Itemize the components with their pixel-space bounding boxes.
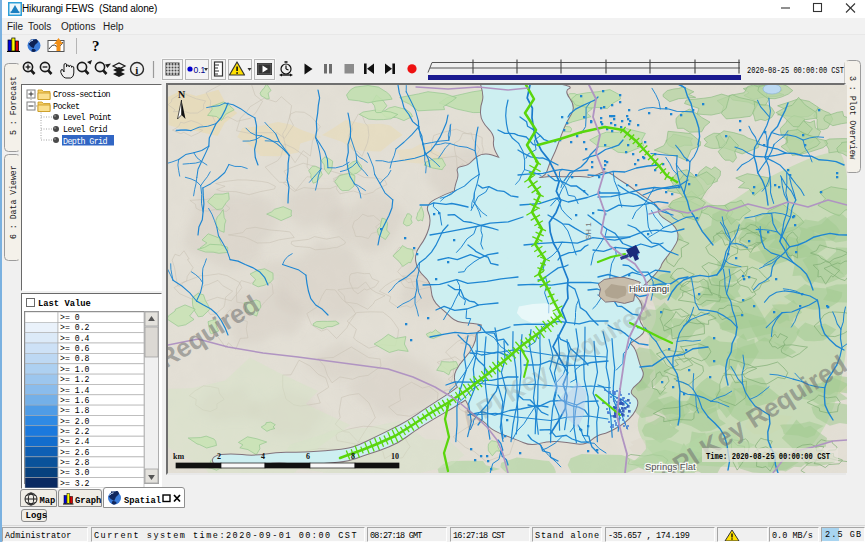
svg-text:>= 2.0: >= 2.0 bbox=[60, 417, 90, 426]
svg-text:Hikurangi: Hikurangi bbox=[629, 283, 669, 294]
svg-text:>= 0.2: >= 0.2 bbox=[60, 323, 90, 332]
svg-text:>= 3.2: >= 3.2 bbox=[60, 479, 90, 488]
svg-text:>= 2.4: >= 2.4 bbox=[60, 437, 90, 446]
svg-text:>= 1.6: >= 1.6 bbox=[60, 396, 90, 405]
svg-text:Time: 2020-08-25 00:00:00 CST: Time: 2020-08-25 00:00:00 CST bbox=[706, 452, 830, 462]
svg-text:Level Grid: Level Grid bbox=[63, 125, 107, 135]
svg-text:>= 1.8: >= 1.8 bbox=[60, 406, 90, 415]
svg-text:6: 6 bbox=[306, 452, 310, 461]
svg-text:>= 0.8: >= 0.8 bbox=[60, 354, 90, 363]
svg-text:>= 2.8: >= 2.8 bbox=[60, 458, 90, 467]
svg-text:>= 2.2: >= 2.2 bbox=[60, 427, 90, 436]
svg-text:Map: Map bbox=[40, 496, 56, 506]
svg-text:>= 2.6: >= 2.6 bbox=[60, 448, 90, 457]
svg-text:>= 1.4: >= 1.4 bbox=[60, 386, 90, 395]
svg-text:>= 3.0: >= 3.0 bbox=[60, 468, 90, 477]
svg-text:SH 1: SH 1 bbox=[584, 222, 593, 240]
svg-text:5 : Forecast: 5 : Forecast bbox=[9, 76, 18, 135]
svg-text:Spatial: Spatial bbox=[124, 496, 161, 506]
svg-text:?: ? bbox=[92, 38, 100, 54]
svg-text:4: 4 bbox=[261, 452, 265, 461]
svg-text:Depth Grid: Depth Grid bbox=[63, 137, 107, 147]
svg-text:Graph: Graph bbox=[75, 496, 101, 506]
svg-text:Last Value: Last Value bbox=[38, 299, 91, 309]
svg-text:km: km bbox=[173, 452, 184, 461]
svg-text:Level Point: Level Point bbox=[63, 113, 112, 123]
svg-text:N: N bbox=[178, 89, 186, 100]
svg-text:Pocket: Pocket bbox=[53, 102, 80, 112]
svg-text:10: 10 bbox=[391, 452, 399, 461]
svg-text:2: 2 bbox=[217, 452, 221, 461]
svg-text:>= 1.2: >= 1.2 bbox=[60, 375, 90, 384]
svg-text:>= 0.4: >= 0.4 bbox=[60, 334, 90, 343]
svg-text:6 : Data Viewer: 6 : Data Viewer bbox=[9, 165, 18, 239]
svg-text:Cross-section: Cross-section bbox=[53, 90, 111, 100]
svg-text:>= 0.6: >= 0.6 bbox=[60, 344, 90, 353]
svg-text:>= 1.0: >= 1.0 bbox=[60, 365, 90, 374]
svg-text:3 : Plot Overview: 3 : Plot Overview bbox=[848, 76, 857, 160]
svg-text:Springs Flat: Springs Flat bbox=[645, 461, 696, 472]
svg-text:>= 0: >= 0 bbox=[60, 313, 80, 322]
svg-text:8: 8 bbox=[351, 452, 355, 461]
